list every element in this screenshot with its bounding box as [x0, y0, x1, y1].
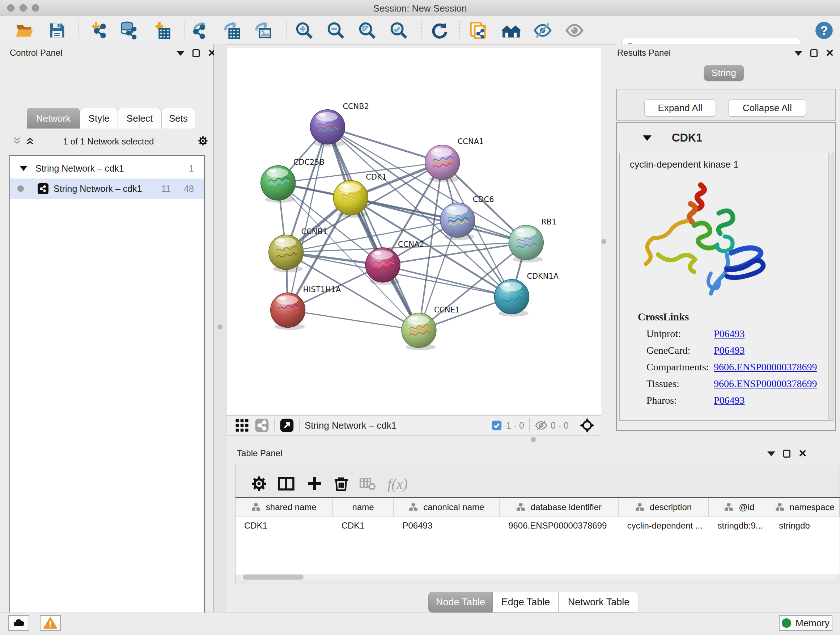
- show-columns-button[interactable]: [275, 472, 297, 495]
- crosslink-link[interactable]: 9606.ENSP00000378699: [714, 378, 817, 390]
- control-panel-float-icon[interactable]: [193, 49, 200, 57]
- network-label: String Network – cdk1: [54, 184, 142, 194]
- table-cell[interactable]: P06493: [393, 521, 500, 531]
- results-scrollbar[interactable]: [829, 153, 834, 421]
- zoom-fit-button[interactable]: [357, 20, 377, 41]
- export-table-button[interactable]: [221, 20, 242, 41]
- network-node-CDC25B[interactable]: [261, 165, 295, 203]
- table-panel-title: Table Panel: [237, 448, 282, 458]
- network-node-HIST1H1A[interactable]: [271, 293, 305, 330]
- string-home-button[interactable]: [501, 20, 521, 41]
- network-node-CDC6[interactable]: [440, 203, 475, 240]
- protein-section-header[interactable]: CDK1: [617, 123, 835, 153]
- table-horizontal-scrollbar[interactable]: [240, 574, 835, 580]
- expand-all-networks-icon[interactable]: [25, 136, 35, 147]
- results-panel-close-icon[interactable]: ✕: [826, 50, 834, 57]
- zoom-selected-button[interactable]: [388, 20, 409, 41]
- column-header-database-identifier[interactable]: database identifier: [500, 498, 619, 516]
- tab-edge-table[interactable]: Edge Table: [493, 592, 559, 613]
- column-header-shared-name[interactable]: shared name: [235, 498, 333, 516]
- import-network-database-button[interactable]: [118, 20, 139, 41]
- table-cell[interactable]: stringdb: [770, 521, 840, 531]
- results-panel-float-icon[interactable]: [810, 49, 818, 57]
- vertical-splitter[interactable]: [214, 44, 226, 612]
- help-button[interactable]: ?: [814, 20, 834, 41]
- protein-collapse-icon[interactable]: [643, 135, 652, 141]
- tab-sets[interactable]: Sets: [161, 108, 195, 128]
- network-node-CCNA1[interactable]: [425, 145, 460, 182]
- control-panel-menu-icon[interactable]: [177, 51, 185, 56]
- network-node-RB1[interactable]: [508, 225, 543, 263]
- network-node-CCNE1[interactable]: [401, 313, 436, 350]
- open-in-browser-icon[interactable]: [279, 418, 294, 432]
- collection-count: 1: [189, 163, 194, 174]
- tab-style[interactable]: Style: [80, 108, 118, 128]
- collapse-all-button[interactable]: Collapse All: [729, 99, 806, 117]
- add-column-button[interactable]: [303, 472, 325, 495]
- function-builder-button[interactable]: f(x): [386, 472, 409, 495]
- network-options-gear-icon[interactable]: [197, 135, 208, 148]
- crosslink-link[interactable]: 9606.ENSP00000378699: [714, 361, 817, 373]
- hidden-eye-icon[interactable]: [535, 419, 548, 432]
- crosslink-label: Uniprot:: [646, 328, 714, 340]
- import-network-button[interactable]: [88, 20, 109, 41]
- network-collection-row[interactable]: String Network – cdk1 1: [10, 159, 204, 178]
- open-session-button[interactable]: [14, 20, 34, 41]
- tab-network[interactable]: Network: [27, 108, 80, 128]
- export-image-button[interactable]: [253, 20, 273, 41]
- collection-expand-icon[interactable]: [19, 166, 27, 171]
- zoom-out-button[interactable]: [325, 20, 346, 41]
- network-node-CDKN1A[interactable]: [494, 279, 529, 317]
- table-cell[interactable]: CDK1: [235, 521, 333, 531]
- tab-select[interactable]: Select: [118, 108, 161, 128]
- table-settings-button[interactable]: [248, 472, 270, 495]
- crosslink-link[interactable]: P06493: [714, 345, 745, 356]
- network-node-CCNA2[interactable]: [365, 248, 400, 285]
- import-table-button[interactable]: [152, 20, 172, 41]
- network-canvas[interactable]: CCNB2CCNA1CDC25BCDK1CDC6RB1CCNB1CCNA2CDK…: [226, 47, 601, 415]
- column-header-description[interactable]: description: [619, 498, 709, 516]
- network-badge-icon[interactable]: [255, 418, 269, 432]
- table-panel-close-icon[interactable]: ✕: [798, 450, 807, 457]
- apply-layout-button[interactable]: [429, 20, 449, 41]
- selected-checkbox-icon[interactable]: [491, 420, 502, 431]
- crosslink-link[interactable]: P06493: [714, 328, 745, 340]
- delete-column-button[interactable]: [330, 472, 352, 495]
- table-panel-float-icon[interactable]: [783, 450, 790, 458]
- birds-eye-view-icon[interactable]: [579, 417, 595, 433]
- tab-node-table[interactable]: Node Table: [428, 592, 493, 613]
- table-cell[interactable]: cyclin-dependent ...: [619, 521, 709, 531]
- horizontal-splitter-handle[interactable]: [531, 437, 536, 442]
- table-panel-menu-icon[interactable]: [767, 451, 775, 456]
- table-cell[interactable]: stringdb:9...: [709, 521, 770, 531]
- delete-table-button[interactable]: [356, 472, 379, 495]
- column-header-@id[interactable]: @id: [709, 498, 770, 516]
- zoom-in-button[interactable]: [294, 20, 314, 41]
- hide-items-button[interactable]: [532, 20, 553, 41]
- results-panel-menu-icon[interactable]: [794, 51, 802, 56]
- column-header-name[interactable]: name: [333, 498, 394, 516]
- column-header-canonical-name[interactable]: canonical name: [393, 498, 500, 516]
- column-header-namespace[interactable]: namespace: [770, 498, 840, 516]
- warning-status-button[interactable]: [40, 615, 61, 631]
- show-items-button[interactable]: [564, 20, 584, 41]
- tab-network-table[interactable]: Network Table: [559, 592, 639, 613]
- export-network-button[interactable]: [191, 20, 211, 41]
- results-tab-string[interactable]: String: [704, 65, 744, 81]
- network-node-CCNB1[interactable]: [269, 235, 303, 272]
- cloud-status-button[interactable]: [8, 615, 29, 631]
- expand-all-button[interactable]: Expand All: [644, 99, 716, 117]
- memory-button[interactable]: Memory: [779, 615, 832, 631]
- table-cell[interactable]: 9606.ENSP00000378699: [500, 521, 619, 531]
- duplicate-network-button[interactable]: [469, 20, 489, 41]
- table-row[interactable]: CDK1CDK1P064939606.ENSP00000378699cyclin…: [235, 517, 840, 534]
- network-row[interactable]: String Network – cdk1 11 48: [10, 179, 204, 199]
- right-splitter-handle[interactable]: [601, 239, 606, 244]
- crosslink-link[interactable]: P06493: [714, 394, 745, 406]
- grid-view-icon[interactable]: [234, 418, 249, 433]
- network-node-CDK1[interactable]: [333, 180, 368, 218]
- collapse-all-networks-icon[interactable]: [12, 136, 22, 147]
- save-session-button[interactable]: [47, 20, 67, 41]
- table-cell[interactable]: CDK1: [333, 521, 394, 531]
- crosslink-row: Compartments:9606.ENSP00000378699: [646, 361, 829, 373]
